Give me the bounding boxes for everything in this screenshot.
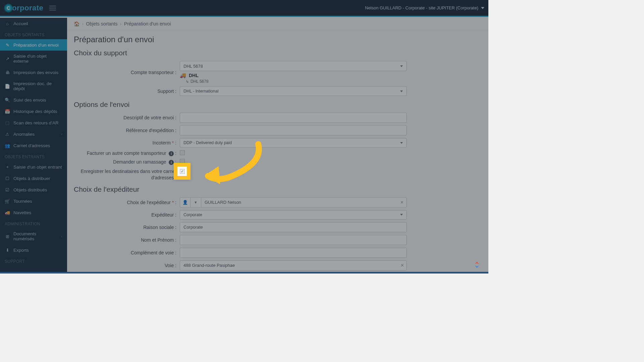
select-expediteur[interactable]: Corporate xyxy=(180,210,407,220)
input-descriptif[interactable] xyxy=(180,113,407,123)
exped-dropdown-button[interactable]: ▾ xyxy=(191,197,201,207)
select-value: DDP - Delivered duty paid xyxy=(183,140,232,145)
clear-icon[interactable]: × xyxy=(400,200,404,205)
input-raison[interactable] xyxy=(180,222,407,232)
sidebar-item-label: Impression des envois xyxy=(13,70,58,75)
sidebar-item-documents[interactable]: ⊞Documents numérisés‹ xyxy=(0,228,67,244)
checkbox-enregistrer-highlighted[interactable] xyxy=(180,169,185,174)
breadcrumb-separator: › xyxy=(120,22,121,26)
user-label: Nelson GUILLARD - Corporate - site JUPIT… xyxy=(365,5,478,10)
sidebar-item-label: Objets à distribuer xyxy=(13,176,50,181)
select-incoterm[interactable]: DDP - Delivered duty paid xyxy=(180,138,407,147)
label-nom-prenom: Nom et Prénom : xyxy=(74,237,180,243)
home-icon[interactable]: 🏠 xyxy=(74,21,79,26)
chevron-down-icon xyxy=(400,142,403,144)
bottom-accent-bar xyxy=(0,272,488,274)
nav-icon: 📄 xyxy=(5,83,10,89)
label-choix-exped: Choix de l'expéditeur * : xyxy=(74,199,180,205)
chevron-down-icon xyxy=(481,7,484,9)
nav-icon: ↗ xyxy=(5,56,10,61)
carrier-sub-row: ↳ DHL 5678 xyxy=(180,79,407,84)
label-ramassage: Demander un ramassage i : xyxy=(74,159,180,165)
exped-user-button[interactable]: 👤 xyxy=(180,197,191,207)
sidebar-item-label: Exports xyxy=(13,248,29,253)
sidebar-item-saisie-entrant[interactable]: ＋Saisie d'un objet entrant xyxy=(0,161,67,173)
carrier-sub-label: DHL 5678 xyxy=(191,79,209,84)
info-icon[interactable]: i xyxy=(169,160,174,165)
chevron-down-icon: ▾ xyxy=(195,200,197,205)
select-support[interactable]: DHL - International xyxy=(180,86,407,96)
nav-icon: ☐ xyxy=(5,176,10,181)
logo-icon: C xyxy=(4,4,13,12)
sidebar-item-label: Historique des dépôts xyxy=(13,109,57,114)
carrier-name: DHL xyxy=(189,73,199,78)
section-exped-title: Choix de l'expéditeur xyxy=(74,185,482,193)
input-choix-exped[interactable]: GUILLARD Nelson × xyxy=(201,197,407,207)
chevron-down-icon xyxy=(400,214,403,216)
sidebar-item-impression-envois[interactable]: 🖶Impression des envois xyxy=(0,67,67,78)
sidebar-item-label: Navettes xyxy=(13,210,31,215)
label-incoterm: Incoterm * : xyxy=(74,140,180,146)
callout-highlight-box xyxy=(174,163,191,180)
sidebar-item-suivi[interactable]: 🔍Suivi des envois xyxy=(0,94,67,106)
breadcrumb-separator: › xyxy=(82,22,83,26)
label-raison: Raison sociale : xyxy=(74,224,180,230)
sidebar-item-label: Objets distribués xyxy=(13,187,47,192)
input-complement[interactable] xyxy=(180,248,407,258)
select-value: DHL - International xyxy=(183,89,218,94)
sidebar-item-distribues[interactable]: ☑Objets distribués xyxy=(0,184,67,195)
nav-icon: ＋ xyxy=(5,164,10,170)
label-voie: Voie : xyxy=(74,262,180,268)
sidebar-item-label: Préparation d'un envoi xyxy=(13,43,59,48)
sidebar-item-label: Saisie d'un objet externe xyxy=(13,54,62,64)
sidebar-item-label: Impression doc. de dépôt xyxy=(13,81,62,91)
sidebar-item-scan-ar[interactable]: ⬚Scan des retours d'AR xyxy=(0,117,67,128)
sidebar: ⌂ Accueil OBJETS SORTANTS ✎Préparation d… xyxy=(0,18,67,274)
chevron-down-icon xyxy=(400,90,403,92)
checkbox-facturer[interactable] xyxy=(180,150,185,155)
sidebar-item-saisie-externe[interactable]: ↗Saisie d'un objet externe xyxy=(0,51,67,67)
sidebar-item-a-distribuer[interactable]: ☐Objets à distribuer xyxy=(0,173,67,184)
label-enregistrer: Enregistrer les destinataires dans votre… xyxy=(74,168,180,180)
section-options-title: Options de l'envoi xyxy=(74,101,482,109)
sidebar-item-accueil[interactable]: ⌂ Accueil xyxy=(0,18,67,29)
sidebar-item-label: Accueil xyxy=(13,21,28,26)
exped-value: GUILLARD Nelson xyxy=(205,200,241,205)
brand-logo[interactable]: C orporate xyxy=(4,4,43,12)
nav-icon: 📅 xyxy=(5,109,10,114)
main-content: 🏠 › Objets sortants › Préparation d'un e… xyxy=(67,18,488,274)
user-menu[interactable]: Nelson GUILLARD - Corporate - site JUPIT… xyxy=(365,5,484,10)
user-icon: 👤 xyxy=(182,200,188,205)
help-widget-icon[interactable] xyxy=(473,261,481,269)
sidebar-item-label: Documents numérisés xyxy=(13,231,58,241)
menu-toggle-icon[interactable] xyxy=(49,6,56,10)
sidebar-item-carnet[interactable]: 👥Carnet d'adresses xyxy=(0,140,67,151)
nav-icon: 🚚 xyxy=(5,210,10,215)
sidebar-item-exports[interactable]: ⬇Exports xyxy=(0,244,67,256)
branch-icon: ↳ xyxy=(186,79,189,84)
sidebar-item-label: Anomalies xyxy=(13,132,35,137)
nav-icon: 🛒 xyxy=(5,198,10,204)
label-descriptif: Descriptif de votre envoi : xyxy=(74,115,180,121)
breadcrumb-level1[interactable]: Objets sortants xyxy=(86,21,117,26)
sidebar-item-historique[interactable]: 📅Historique des dépôts xyxy=(0,106,67,117)
label-facturer: Facturer un autre compte transporteur i … xyxy=(74,150,180,156)
sidebar-item-navettes[interactable]: 🚚Navettes xyxy=(0,207,67,218)
label-expediteur: Expéditeur : xyxy=(74,212,180,218)
input-voie[interactable] xyxy=(180,260,407,270)
sidebar-item-anomalies[interactable]: ⚠Anomalies‹ xyxy=(0,128,67,140)
sidebar-item-label: Scan des retours d'AR xyxy=(13,120,59,125)
select-value: Corporate xyxy=(183,213,202,217)
sidebar-item-tournees[interactable]: 🛒Tournées xyxy=(0,195,67,207)
input-reference[interactable] xyxy=(180,125,407,135)
sidebar-item-label: Saisie d'un objet entrant xyxy=(13,165,62,170)
input-nom-prenom[interactable] xyxy=(180,235,407,245)
sidebar-item-preparation[interactable]: ✎Préparation d'un envoi xyxy=(0,39,67,51)
info-icon[interactable]: i xyxy=(169,151,174,156)
nav-icon: ⬇ xyxy=(5,247,10,253)
topbar: C orporate Nelson GUILLARD - Corporate -… xyxy=(0,0,488,17)
chevron-left-icon: ‹ xyxy=(61,235,62,238)
sidebar-item-impression-depot[interactable]: 📄Impression doc. de dépôt xyxy=(0,78,67,94)
clear-icon[interactable]: × xyxy=(401,263,404,268)
select-compte-transporteur[interactable]: DHL 5678 xyxy=(180,61,407,71)
